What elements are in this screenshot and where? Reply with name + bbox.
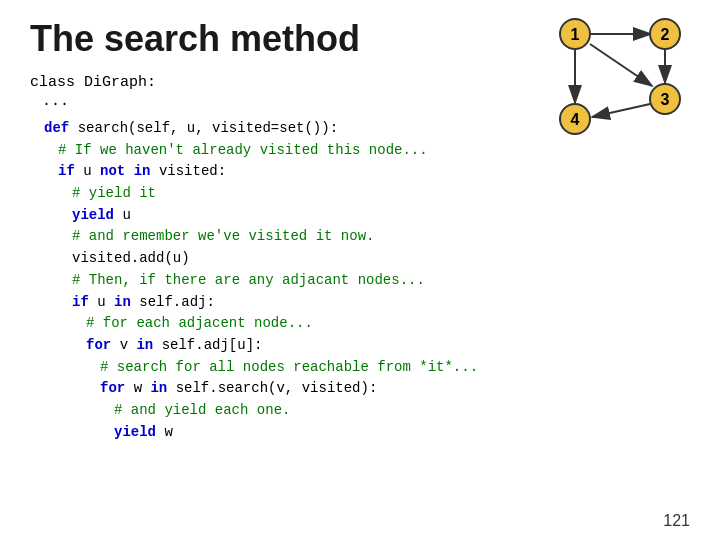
page-number: 121 xyxy=(663,512,690,530)
svg-text:3: 3 xyxy=(661,91,670,108)
code-line-8: # Then, if there are any adjacant nodes.… xyxy=(30,270,720,292)
in-keyword-2: in xyxy=(114,294,131,310)
code-line-5-text: u xyxy=(122,207,130,223)
comment-6: # and remember we've visited it now. xyxy=(72,228,374,244)
code-line-9: if u in self.adj: xyxy=(30,292,720,314)
code-line-13: for w in self.search(v, visited): xyxy=(30,378,720,400)
code-line-13-text2: self.search(v, visited): xyxy=(176,380,378,396)
code-line-13-text: w xyxy=(134,380,151,396)
code-line-3-text3: visited: xyxy=(159,163,226,179)
svg-text:4: 4 xyxy=(571,111,580,128)
code-line-3: if u not in visited: xyxy=(30,161,720,183)
svg-text:1: 1 xyxy=(571,26,580,43)
for-keyword-1: for xyxy=(86,337,111,353)
if-keyword: if xyxy=(58,163,75,179)
code-line-4: # yield it xyxy=(30,183,720,205)
code-line-10: # for each adjacent node... xyxy=(30,313,720,335)
not-keyword: not xyxy=(100,163,125,179)
code-line-6: # and remember we've visited it now. xyxy=(30,226,720,248)
code-block: def search(self, u, visited=set()): # If… xyxy=(0,118,720,443)
code-line-15: yield w xyxy=(30,422,720,444)
code-line-14: # and yield each one. xyxy=(30,400,720,422)
in-keyword: in xyxy=(134,163,151,179)
code-line-15-text: w xyxy=(164,424,172,440)
comment-2: # If we haven't already visited this nod… xyxy=(58,142,428,158)
yield-keyword-1: yield xyxy=(72,207,114,223)
code-line-5: yield u xyxy=(30,205,720,227)
svg-text:2: 2 xyxy=(661,26,670,43)
svg-line-3 xyxy=(590,44,652,86)
if-keyword-2: if xyxy=(72,294,89,310)
code-line-9-text2: self.adj: xyxy=(139,294,215,310)
yield-keyword-2: yield xyxy=(114,424,156,440)
comment-14: # and yield each one. xyxy=(114,402,290,418)
def-keyword: def xyxy=(44,120,69,136)
svg-line-4 xyxy=(592,104,650,117)
comment-8: # Then, if there are any adjacant nodes.… xyxy=(72,272,425,288)
graph-diagram: 1 2 3 4 xyxy=(490,14,690,144)
code-line-1-text: search(self, u, visited=set()): xyxy=(78,120,338,136)
code-line-12: # search for all nodes reachable from *i… xyxy=(30,357,720,379)
in-keyword-3: in xyxy=(136,337,153,353)
comment-12: # search for all nodes reachable from *i… xyxy=(100,359,478,375)
comment-10: # for each adjacent node... xyxy=(86,315,313,331)
comment-4: # yield it xyxy=(72,185,156,201)
code-line-3-text: u xyxy=(83,163,100,179)
code-line-9-text: u xyxy=(97,294,114,310)
code-line-11-text2: self.adj[u]: xyxy=(162,337,263,353)
code-line-7-text: visited.add(u) xyxy=(72,250,190,266)
in-keyword-4: in xyxy=(150,380,167,396)
for-keyword-2: for xyxy=(100,380,125,396)
code-line-11: for v in self.adj[u]: xyxy=(30,335,720,357)
code-line-7: visited.add(u) xyxy=(30,248,720,270)
code-line-11-text: v xyxy=(120,337,137,353)
